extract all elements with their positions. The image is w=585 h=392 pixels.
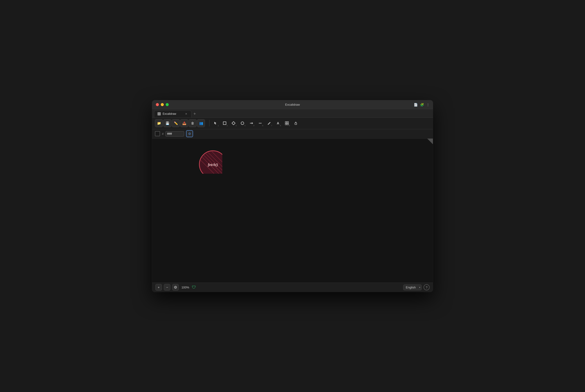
active-tab[interactable]: Excalidraw ✕ xyxy=(154,110,191,117)
diamond-tool-btn[interactable]: 3 xyxy=(229,119,237,127)
svg-point-1 xyxy=(241,122,244,124)
ellipse-tool-btn[interactable]: 4 xyxy=(238,119,246,127)
zoom-level: 100% xyxy=(181,286,190,289)
window-title: Excalidraw xyxy=(285,103,300,106)
color-row: # ⚙ xyxy=(152,129,433,138)
pen-tool-btn[interactable]: 7 xyxy=(265,119,273,127)
lock-tool-btn[interactable] xyxy=(292,119,300,127)
toolbar-separator xyxy=(209,120,209,126)
tab-label: Excalidraw xyxy=(163,112,176,116)
image-tool-btn[interactable]: 9 xyxy=(283,119,291,127)
bottom-bar: + − 100% 🛡 English ▾ ? xyxy=(152,282,433,292)
new-tab-btn[interactable]: + xyxy=(191,111,198,117)
help-btn[interactable]: ? xyxy=(424,284,430,290)
shield-icon: 🛡 xyxy=(192,285,196,290)
svg-rect-5 xyxy=(287,122,288,123)
canvas-area[interactable]: fetch() lorem-ipsum.txt xyxy=(152,138,433,282)
language-select[interactable]: English xyxy=(403,284,422,290)
arrow-tool-btn[interactable]: 5 xyxy=(247,119,255,127)
svg-rect-8 xyxy=(295,123,297,124)
export-btn[interactable]: 📤 xyxy=(180,119,188,127)
line-tool-btn[interactable]: 6 xyxy=(256,119,264,127)
more-icon[interactable]: ⋮ xyxy=(426,103,430,106)
close-button[interactable] xyxy=(156,103,159,106)
traffic-lights xyxy=(156,103,169,106)
tab-favicon xyxy=(157,112,161,116)
zoom-out-btn[interactable]: − xyxy=(164,284,170,290)
topright-icons: 📄 🧩 ⋮ xyxy=(410,100,433,109)
mac-window: Excalidraw 📄 🧩 ⋮ Excalidraw ✕ + 📁 💾 ✏️ 📤… xyxy=(152,100,433,292)
svg-rect-0 xyxy=(223,122,226,124)
svg-text:fetch(): fetch() xyxy=(208,163,218,167)
title-bar: Excalidraw 📄 🧩 ⋮ xyxy=(152,100,433,109)
delete-btn[interactable]: 🗑 xyxy=(189,119,197,127)
maximize-button[interactable] xyxy=(166,103,169,106)
open-file-btn[interactable]: 📁 xyxy=(155,119,163,127)
zoom-fit-btn[interactable] xyxy=(172,284,179,290)
language-dropdown-wrap: English ▾ xyxy=(403,284,422,290)
corner-fold xyxy=(427,138,433,144)
puzzle-icon[interactable]: 🧩 xyxy=(420,103,424,106)
svg-rect-4 xyxy=(285,122,287,123)
rect-tool-btn[interactable]: 2 xyxy=(221,119,229,127)
drawing-tools-group: 1 2 3 4 xyxy=(212,119,300,127)
svg-rect-6 xyxy=(285,124,287,125)
save-btn[interactable]: 💾 xyxy=(163,119,171,127)
text-tool-btn[interactable]: A 8 xyxy=(274,119,282,127)
file-tools-group: 📁 💾 ✏️ 📤 🗑 👥 xyxy=(155,119,205,127)
color-swatch-dark[interactable] xyxy=(155,131,160,136)
diagram-svg: fetch() lorem-ipsum.txt xyxy=(152,138,222,174)
select-tool-btn[interactable]: 1 xyxy=(212,119,220,127)
document-icon[interactable]: 📄 xyxy=(414,103,418,106)
drawing-toolbar: 📁 💾 ✏️ 📤 🗑 👥 1 2 xyxy=(152,118,433,129)
minimize-button[interactable] xyxy=(161,103,164,106)
tab-bar: Excalidraw ✕ + xyxy=(152,109,433,118)
zoom-in-btn[interactable]: + xyxy=(155,284,162,290)
tab-close-btn[interactable]: ✕ xyxy=(184,112,188,116)
hash-label: # xyxy=(162,132,164,136)
svg-rect-7 xyxy=(287,124,288,125)
color-hex-input[interactable] xyxy=(165,131,184,136)
color-gear-btn[interactable]: ⚙ xyxy=(186,130,193,137)
collab-btn[interactable]: ✏️ xyxy=(172,119,180,127)
users-btn[interactable]: 👥 xyxy=(197,119,205,127)
